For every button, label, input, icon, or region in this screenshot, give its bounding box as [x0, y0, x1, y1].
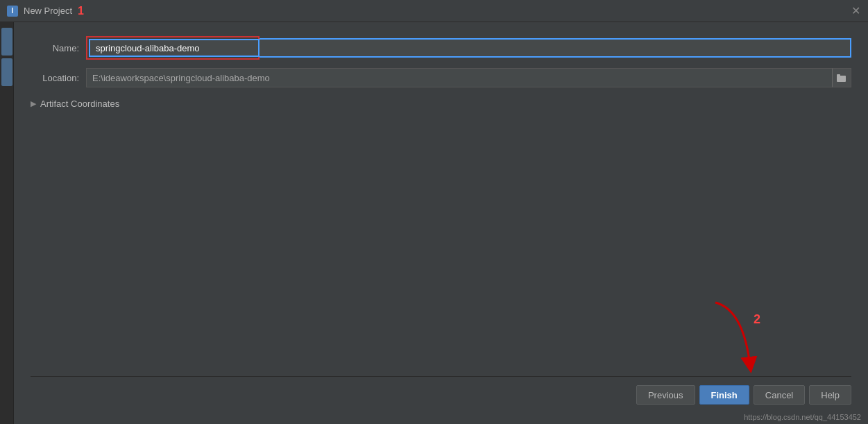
- folder-icon: [837, 74, 846, 82]
- location-row: Location:: [31, 68, 851, 87]
- folder-browse-button[interactable]: [832, 68, 851, 87]
- dialog-title: New Project: [24, 6, 72, 16]
- name-label: Name:: [31, 43, 86, 53]
- svg-rect-1: [837, 74, 840, 76]
- sidebar-tab-1[interactable]: [1, 28, 12, 56]
- name-row: Name:: [31, 36, 851, 60]
- sidebar-tab-2[interactable]: [1, 58, 12, 86]
- location-label: Location:: [31, 73, 86, 83]
- name-input-border: [86, 36, 259, 60]
- previous-button[interactable]: Previous: [636, 385, 695, 405]
- close-button[interactable]: ✕: [850, 6, 861, 17]
- button-bar: Previous Finish Cancel Help: [31, 376, 851, 410]
- icon-letter: I: [12, 7, 14, 15]
- svg-rect-0: [837, 76, 846, 82]
- help-button[interactable]: Help: [809, 385, 851, 405]
- watermark: https://blog.csdn.net/qq_44153452: [744, 413, 861, 421]
- cancel-button[interactable]: Cancel: [754, 385, 805, 405]
- location-wrapper: [86, 68, 851, 87]
- artifact-coordinates-label: Artifact Coordinates: [40, 99, 119, 109]
- finish-button[interactable]: Finish: [699, 385, 749, 405]
- name-input-extension: [259, 38, 851, 58]
- location-input[interactable]: [86, 68, 851, 87]
- title-bar: I New Project 1 ✕: [0, 0, 868, 22]
- sidebar-strip: [0, 22, 14, 424]
- expand-arrow-icon: ▶: [31, 99, 36, 108]
- content-spacer: [31, 109, 851, 376]
- artifact-coordinates-section[interactable]: ▶ Artifact Coordinates: [31, 99, 851, 109]
- name-input[interactable]: [89, 39, 259, 57]
- annotation-1: 1: [78, 5, 84, 17]
- app-icon: I: [7, 6, 18, 17]
- main-content: Name: Location: ▶ Artifact Coordinates: [14, 22, 868, 424]
